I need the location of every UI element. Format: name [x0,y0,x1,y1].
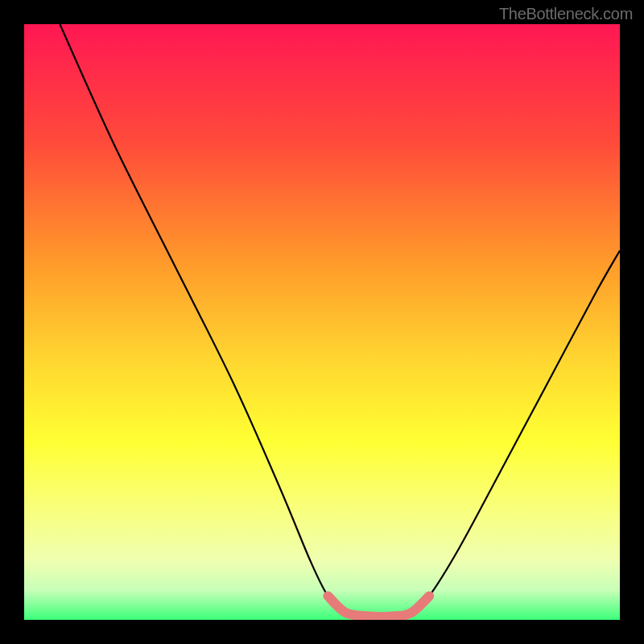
watermark-text: TheBottleneck.com [499,5,633,23]
chart-svg [24,24,620,620]
chart-background [24,24,620,620]
chart-frame [24,24,620,620]
